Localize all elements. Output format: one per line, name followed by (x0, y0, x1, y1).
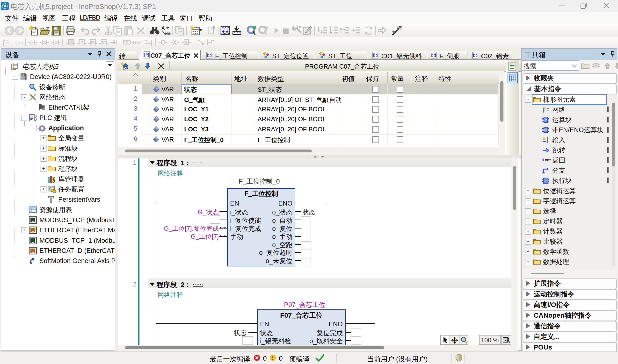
svg-text:EN: EN (91, 40, 96, 44)
svg-text:?: ? (545, 118, 547, 122)
svg-text:S: S (185, 40, 188, 45)
svg-text:E: E (545, 179, 547, 183)
svg-text:RET: RET (135, 41, 142, 45)
svg-text:RET: RET (545, 158, 551, 162)
svg-text:LIB: LIB (124, 41, 129, 44)
svg-text:S: S (43, 40, 46, 45)
svg-text:?: ? (81, 40, 83, 45)
svg-text:E?: E? (102, 40, 106, 44)
svg-text:A: A (161, 25, 165, 31)
svg-text:E?: E? (544, 129, 548, 132)
svg-text:(××): (××) (15, 40, 23, 46)
svg-text:B: B (167, 31, 171, 36)
